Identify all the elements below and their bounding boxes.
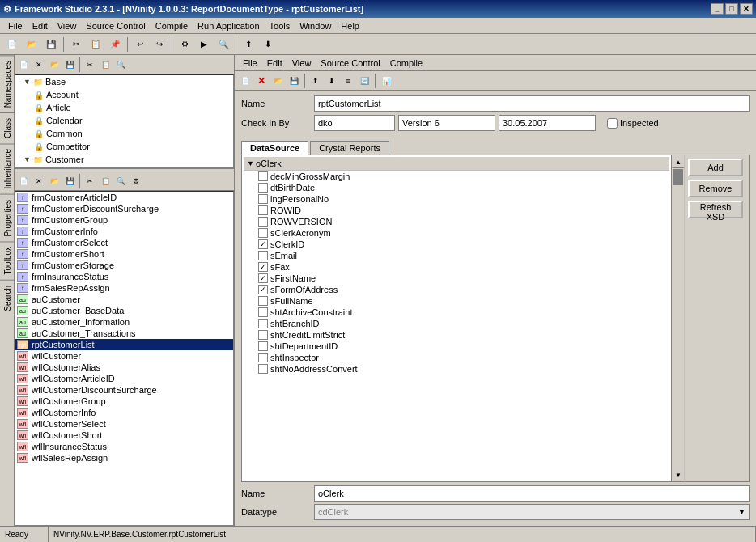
minimize-button[interactable]: _ xyxy=(711,3,724,15)
field-sClerkID[interactable]: ✓ sClerkID xyxy=(244,239,669,250)
inner-new[interactable]: 📄 xyxy=(238,74,253,88)
tree-item-auCustomer[interactable]: au auCustomer xyxy=(15,294,233,305)
field-shtDepartmentID[interactable]: shtDepartmentID xyxy=(244,341,669,352)
inner-view[interactable]: 📊 xyxy=(379,74,393,88)
toolbar-cut[interactable]: ✂ xyxy=(67,36,85,53)
tree-item-auCustomer_BaseData[interactable]: au auCustomer_BaseData xyxy=(15,305,233,316)
maximize-button[interactable]: □ xyxy=(725,3,738,15)
tree-item-wflCustomerAlias[interactable]: wfl wflCustomerAlias xyxy=(15,362,233,373)
remove-button[interactable]: Remove xyxy=(688,180,743,197)
toolbar-debug[interactable]: 🔍 xyxy=(214,36,232,53)
tree-item-auCustomer_Transactions[interactable]: au auCustomer_Transactions xyxy=(15,328,233,339)
checkin-date-input[interactable] xyxy=(499,115,596,131)
toolbar-run[interactable]: ▶ xyxy=(195,36,213,53)
left2-cut-btn[interactable]: ✂ xyxy=(83,174,97,188)
tree-item-wflCustomerArticleID[interactable]: wfl wflCustomerArticleID xyxy=(15,373,233,384)
inner-menu-file[interactable]: File xyxy=(238,57,262,70)
checkbox-ROWID[interactable] xyxy=(258,205,268,215)
inner-menu-edit[interactable]: Edit xyxy=(262,57,287,70)
checkbox-shtCreditLimitStrict[interactable] xyxy=(258,330,268,340)
class-tree[interactable]: f frmCustomerArticleID f frmCustomerDisc… xyxy=(15,191,234,526)
inner-save[interactable]: 💾 xyxy=(287,74,301,88)
vtab-namespaces[interactable]: Namespaces xyxy=(0,55,14,112)
root-item-oclerk[interactable]: ▼ oClerk xyxy=(244,157,669,171)
left-save-btn[interactable]: 💾 xyxy=(62,57,77,72)
toolbar-copy[interactable]: 📋 xyxy=(87,36,104,53)
tree-item-frmCustomerArticleID[interactable]: f frmCustomerArticleID xyxy=(15,192,233,203)
tree-item-frmCustomerSelect[interactable]: f frmCustomerSelect xyxy=(15,237,233,248)
inner-refresh[interactable]: 🔄 xyxy=(357,74,372,88)
datatype-dropdown-icon[interactable]: ▼ xyxy=(738,508,745,516)
field-dtBirthDate[interactable]: dtBirthDate xyxy=(244,182,669,193)
field-sFullName[interactable]: sFullName xyxy=(244,295,669,307)
tree-item-frmCustomerShort[interactable]: f frmCustomerShort xyxy=(15,248,233,260)
menu-help[interactable]: Help xyxy=(336,19,364,32)
refresh-xsd-button[interactable]: Refresh XSD xyxy=(688,201,743,218)
list-scrollbar[interactable]: ▲ ▼ xyxy=(671,155,684,481)
checkbox-shtNoAddressConvert[interactable] xyxy=(258,364,268,374)
left-search-btn[interactable]: 🔍 xyxy=(113,57,128,72)
left2-filter-btn[interactable]: ⚙ xyxy=(129,174,143,188)
toolbar-redo[interactable]: ↪ xyxy=(151,36,168,53)
menu-compile[interactable]: Compile xyxy=(151,19,193,32)
left2-new-btn[interactable]: 📄 xyxy=(16,174,31,188)
left-new-btn[interactable]: 📄 xyxy=(16,57,31,72)
bottom-name-input[interactable] xyxy=(314,485,750,502)
checkbox-sClerkID[interactable]: ✓ xyxy=(258,239,268,249)
menu-tools[interactable]: Tools xyxy=(265,19,295,32)
toolbar-checkin[interactable]: ⬆ xyxy=(240,36,257,53)
menu-run-application[interactable]: Run Application xyxy=(193,19,264,32)
add-button[interactable]: Add xyxy=(688,159,743,176)
left2-delete-btn[interactable]: ✕ xyxy=(32,174,46,188)
left-copy-btn[interactable]: 📋 xyxy=(98,57,113,72)
toolbar-save[interactable]: 💾 xyxy=(42,36,60,53)
checkbox-lngPersonalNo[interactable] xyxy=(258,194,268,204)
scroll-thumb[interactable] xyxy=(673,169,683,185)
inner-menu-source-control[interactable]: Source Control xyxy=(316,57,384,70)
field-sFax[interactable]: ✓ sFax xyxy=(244,261,669,273)
tree-item-wflCustomerGroup[interactable]: wfl wflCustomerGroup xyxy=(15,396,233,407)
field-lngPersonalNo[interactable]: lngPersonalNo xyxy=(244,193,669,205)
tree-item-competitor[interactable]: 🔒 Competitor xyxy=(15,140,233,153)
toolbar-open[interactable]: 📂 xyxy=(23,36,40,53)
tree-item-account[interactable]: 🔒 Account xyxy=(15,88,233,101)
menu-source-control[interactable]: Source Control xyxy=(81,19,150,32)
tree-item-rptCustomerList[interactable]: rpt rptCustomerList xyxy=(15,339,233,350)
scroll-up-btn[interactable]: ▲ xyxy=(672,155,685,168)
toolbar-checkout[interactable]: ⬇ xyxy=(259,36,277,53)
vtab-class[interactable]: Class xyxy=(0,112,14,143)
name-input[interactable] xyxy=(314,95,750,112)
checkbox-sFirstName[interactable]: ✓ xyxy=(258,273,268,283)
tab-crystal-reports[interactable]: Crystal Reports xyxy=(310,141,389,155)
field-sEmail[interactable]: sEmail xyxy=(244,250,669,261)
checkbox-decMinGrossMargin[interactable] xyxy=(258,171,268,181)
tree-item-frmInsuranceStatus[interactable]: f frmInsuranceStatus xyxy=(15,271,233,282)
menu-window[interactable]: Window xyxy=(295,19,336,32)
inner-open[interactable]: 📂 xyxy=(270,74,285,88)
field-sClerkAcronym[interactable]: sClerkAcronym xyxy=(244,227,669,239)
checkbox-shtBranchID[interactable] xyxy=(258,319,268,328)
vtab-search[interactable]: Search xyxy=(0,280,14,316)
tree-item-frmSalesRepAssign[interactable]: f frmSalesRepAssign xyxy=(15,282,233,294)
tree-item-frmCustomerGroup[interactable]: f frmCustomerGroup xyxy=(15,214,233,226)
inner-checkout[interactable]: ⬇ xyxy=(325,74,339,88)
inner-menu-view[interactable]: View xyxy=(287,57,316,70)
tree-item-frmCustomerStorage[interactable]: f frmCustomerStorage xyxy=(15,260,233,271)
scroll-down-btn[interactable]: ▼ xyxy=(672,468,685,481)
left-cut-btn[interactable]: ✂ xyxy=(83,57,97,72)
inner-menu-compile[interactable]: Compile xyxy=(385,57,427,70)
field-shtBranchID[interactable]: shtBranchID xyxy=(244,318,669,329)
field-ROWID[interactable]: ROWID xyxy=(244,205,669,216)
tree-item-article[interactable]: 🔒 Article xyxy=(15,101,233,114)
field-shtCreditLimitStrict[interactable]: shtCreditLimitStrict xyxy=(244,329,669,341)
left2-save-btn[interactable]: 💾 xyxy=(62,174,77,188)
close-button[interactable]: ✕ xyxy=(740,3,753,15)
tree-item-calendar[interactable]: 🔒 Calendar xyxy=(15,114,233,127)
tree-item-wflCustomerInfo[interactable]: wfl wflCustomerInfo xyxy=(15,407,233,418)
tree-item-wflCustomerSelect[interactable]: wfl wflCustomerSelect xyxy=(15,418,233,430)
tree-expand-base[interactable]: ▼ xyxy=(23,78,31,86)
field-shtArchiveConstraint[interactable]: shtArchiveConstraint xyxy=(244,307,669,318)
datasource-list[interactable]: ▼ oClerk decMinGrossMargin dtBirthDate xyxy=(242,155,671,481)
left2-copy-btn[interactable]: 📋 xyxy=(98,174,113,188)
tree-item-common[interactable]: 🔒 Common xyxy=(15,127,233,140)
